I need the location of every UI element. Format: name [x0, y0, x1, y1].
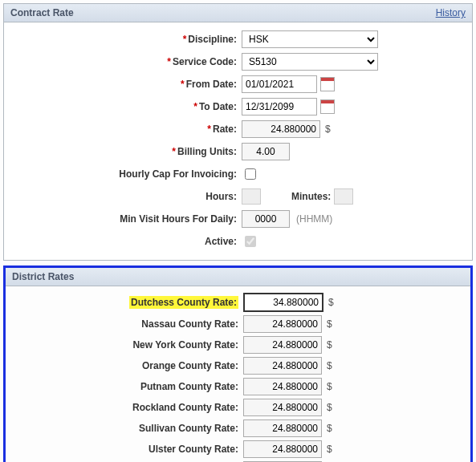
- district-rate-input[interactable]: [243, 336, 322, 354]
- hourly-cap-checkbox[interactable]: [245, 168, 256, 180]
- discipline-label: Discipline:: [188, 34, 237, 45]
- district-rate-unit: $: [328, 297, 334, 308]
- district-row-label: Rockland County Rate:: [14, 402, 243, 413]
- district-rates-body: Dutchess County Rate:$Nassau County Rate…: [6, 286, 470, 462]
- rate-label: Rate:: [213, 124, 237, 135]
- district-row: Ulster County Rate:$: [14, 440, 462, 458]
- district-row-label: Nassau County Rate:: [14, 318, 243, 330]
- active-checkbox[interactable]: [245, 236, 256, 247]
- from-date-input[interactable]: [242, 75, 317, 93]
- district-rate-input[interactable]: [243, 419, 322, 437]
- district-row-label: New York County Rate:: [14, 339, 243, 351]
- district-row: New York County Rate:$: [14, 336, 462, 354]
- rate-input[interactable]: [242, 120, 320, 138]
- district-row: Orange County Rate:$: [14, 357, 462, 375]
- district-rate-input[interactable]: [243, 440, 322, 458]
- district-rate-input[interactable]: [243, 315, 322, 333]
- district-row-label: Putnam County Rate:: [14, 381, 243, 392]
- district-row-label: Ulster County Rate:: [14, 444, 243, 455]
- hourly-cap-label: Hourly Cap For Invoicing:: [119, 168, 237, 180]
- service-code-select[interactable]: S5130: [242, 53, 378, 71]
- district-rate-input[interactable]: [243, 399, 322, 416]
- minutes-label: Minutes:: [291, 191, 331, 202]
- min-visit-input[interactable]: [242, 210, 290, 228]
- district-row-label: Orange County Rate:: [14, 360, 243, 371]
- billing-units-input[interactable]: [242, 143, 290, 160]
- contract-rate-header: Contract Rate History: [4, 4, 472, 22]
- district-rate-unit: $: [327, 444, 332, 455]
- minutes-input[interactable]: [334, 188, 353, 205]
- calendar-icon[interactable]: [320, 99, 335, 114]
- min-visit-label: Min Visit Hours For Daily:: [120, 213, 237, 225]
- district-rate-unit: $: [327, 402, 332, 413]
- history-link[interactable]: History: [436, 7, 466, 18]
- service-code-label: Service Code:: [173, 56, 237, 67]
- hours-label: Hours:: [205, 191, 237, 202]
- district-rate-input[interactable]: [243, 378, 322, 395]
- district-rate-input[interactable]: [243, 357, 322, 375]
- district-rates-header: District Rates: [6, 268, 470, 286]
- district-row: Sullivan County Rate:$: [14, 419, 462, 437]
- district-row-label: Dutchess County Rate:: [14, 296, 243, 309]
- district-row-label: Sullivan County Rate:: [14, 423, 243, 434]
- discipline-select[interactable]: HSK: [242, 30, 378, 48]
- billing-units-label: Billing Units:: [177, 146, 237, 157]
- contract-rate-body: *Discipline: HSK *Service Code: S5130 *F…: [4, 22, 472, 260]
- district-row: Dutchess County Rate:$: [14, 293, 462, 312]
- from-date-label: From Date:: [186, 79, 237, 90]
- contract-rate-title: Contract Rate: [10, 7, 74, 18]
- district-row: Putnam County Rate:$: [14, 378, 462, 395]
- min-visit-hint: (HHMM): [296, 213, 332, 225]
- district-row: Rockland County Rate:$: [14, 399, 462, 416]
- district-rate-unit: $: [327, 318, 332, 330]
- contract-rate-panel: Contract Rate History *Discipline: HSK *…: [3, 3, 473, 261]
- district-rate-unit: $: [327, 339, 332, 351]
- to-date-input[interactable]: [242, 98, 317, 116]
- district-rate-unit: $: [327, 423, 332, 434]
- district-row: Nassau County Rate:$: [14, 315, 462, 333]
- district-rate-input[interactable]: [243, 293, 323, 312]
- district-rate-unit: $: [327, 381, 332, 392]
- rate-unit: $: [325, 124, 331, 135]
- district-rate-unit: $: [327, 360, 332, 371]
- calendar-icon[interactable]: [320, 77, 335, 91]
- to-date-label: To Date:: [199, 101, 237, 112]
- active-label: Active:: [205, 236, 237, 247]
- district-rates-panel: District Rates Dutchess County Rate:$Nas…: [3, 265, 473, 462]
- hours-input[interactable]: [242, 188, 261, 205]
